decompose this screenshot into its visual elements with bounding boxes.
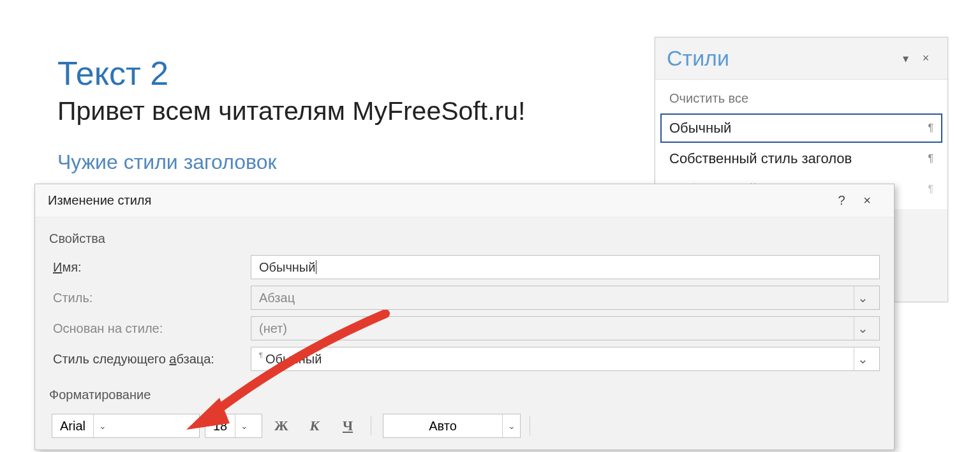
input-style-name-value: Обычный [259,260,315,275]
formatting-toolbar: Arial ⌄ 18 ⌄ Ж К Ч Авто ⌄ [49,414,880,438]
section-formatting-label: Форматирование [49,388,880,402]
pilcrow-icon: ¶ [259,351,263,359]
chevron-down-icon[interactable]: ⌄ [502,414,520,437]
label-next-paragraph: Стиль следующего абзаца: [49,352,251,367]
font-size-combo[interactable]: 18 ⌄ [205,414,262,438]
styles-pane-header: Стили ▾ × [655,38,947,80]
label-style-type: Стиль: [49,291,251,305]
chevron-down-icon[interactable]: ⌄ [93,414,111,437]
dialog-help-button[interactable]: ? [829,193,854,208]
dialog-title: Изменение стиля [48,193,829,208]
underline-button[interactable]: Ч [334,414,362,438]
modify-style-dialog: Изменение стиля ? × Свойства Имя: Обычны… [34,184,895,450]
font-color-combo[interactable]: Авто ⌄ [383,414,521,438]
doc-subheading: Чужие стили заголовок [57,150,525,174]
pilcrow-icon: ¶ [928,122,933,134]
chevron-down-icon: ⌄ [854,286,872,309]
style-item-label: Собственный стиль заголов [669,150,852,167]
select-next-paragraph[interactable]: ¶ Обычный ⌄ [251,347,880,371]
style-clear-all-label: Очистить все [669,91,748,106]
chevron-down-icon[interactable]: ⌄ [235,414,253,437]
italic-button[interactable]: К [301,414,329,438]
doc-body-text: Привет всем читателям MyFreeSoft.ru! [57,96,525,126]
select-style-type-value: Абзац [259,291,295,305]
dialog-titlebar: Изменение стиля ? × [35,184,894,217]
label-name-rest: мя: [62,260,81,274]
font-size-value: 18 [205,419,235,434]
styles-pane-title: Стили [667,46,895,71]
dialog-body: Свойства Имя: Обычный Стиль: Абзац ⌄ Осн… [35,217,894,449]
font-family-combo[interactable]: Arial ⌄ [52,414,200,438]
style-item-custom-heading[interactable]: Собственный стиль заголов ¶ [660,144,942,173]
select-style-type: Абзац ⌄ [251,286,880,310]
label-name-accel: И [53,260,62,274]
pilcrow-icon: ¶ [928,153,933,164]
label-based-on: Основан на стиле: [49,321,251,336]
doc-heading: Текст 2 [57,54,525,92]
dialog-close-button[interactable]: × [854,193,880,208]
select-based-on: (нет) ⌄ [251,316,880,340]
select-based-on-value: (нет) [259,321,287,336]
font-color-value: Авто [383,419,502,434]
pane-close-icon[interactable]: × [916,52,936,65]
section-properties-label: Свойства [49,231,880,246]
chevron-down-icon: ⌄ [854,317,872,340]
chevron-down-icon[interactable]: ⌄ [854,347,872,370]
label-next-accel: а [169,352,176,366]
style-item-label: Обычный [669,120,731,136]
text-cursor [316,260,316,274]
label-next-post: бзаца: [176,352,214,366]
separator [530,416,530,435]
document-area: Текст 2 Привет всем читателям MyFreeSoft… [57,54,525,174]
bold-button[interactable]: Ж [267,414,295,438]
select-next-paragraph-value: Обычный [265,352,322,367]
label-next-pre: Стиль следующего [53,352,169,366]
style-item-normal[interactable]: Обычный ¶ [660,113,942,143]
style-clear-all[interactable]: Очистить все [660,85,942,112]
pane-options-icon[interactable]: ▾ [895,52,916,66]
label-name: Имя: [49,260,251,275]
input-style-name[interactable]: Обычный [251,255,880,279]
font-family-value: Arial [52,419,93,434]
pilcrow-icon: ¶ [928,184,933,195]
separator [371,416,371,435]
